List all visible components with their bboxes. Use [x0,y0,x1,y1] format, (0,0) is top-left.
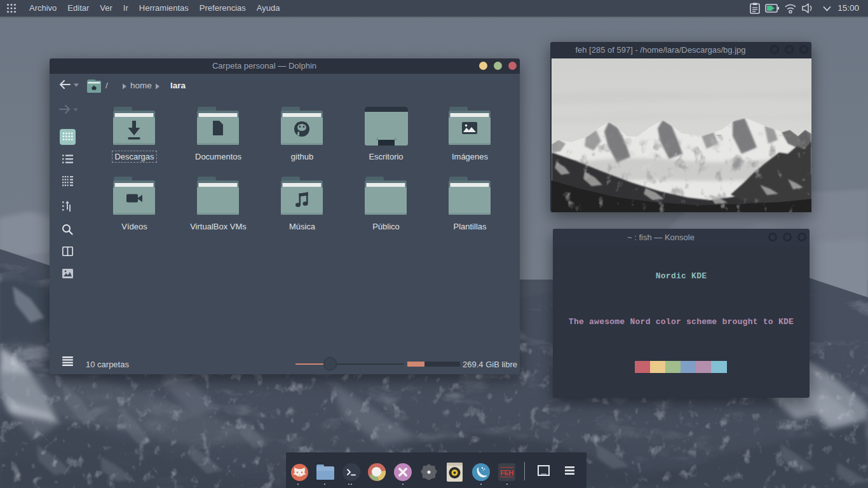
svg-text:FEH: FEH [500,469,513,477]
